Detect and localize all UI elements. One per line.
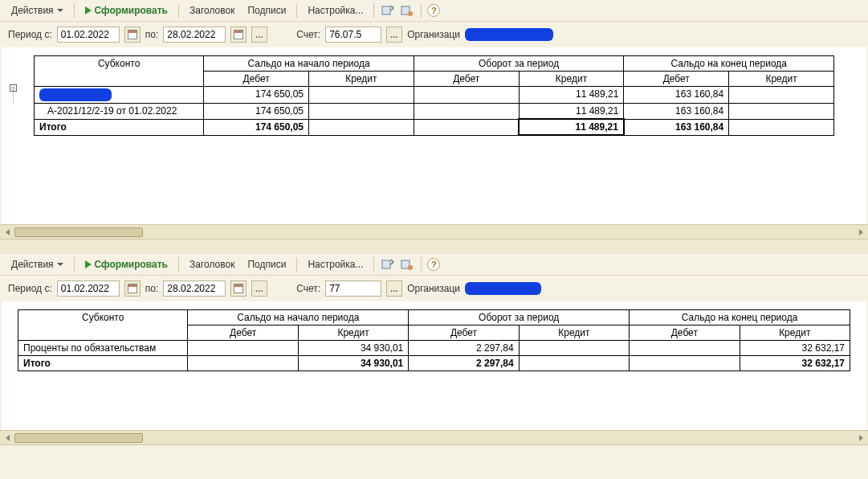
svg-rect-0 xyxy=(382,6,390,14)
cell-value[interactable] xyxy=(519,356,629,371)
col-subkonto: Субконто xyxy=(18,310,188,341)
separator xyxy=(178,3,179,18)
cell-name[interactable]: Проценты по обязательствам xyxy=(18,341,188,356)
cal-from-button[interactable] xyxy=(124,27,141,43)
hscrollbar-bottom[interactable] xyxy=(0,430,868,444)
separator xyxy=(296,3,297,18)
cell-value[interactable]: 174 650,05 xyxy=(204,87,309,104)
cell-value[interactable]: 2 297,84 xyxy=(409,356,519,371)
cell-value[interactable]: 11 489,21 xyxy=(519,87,624,104)
signatures-button[interactable]: Подписи xyxy=(242,3,291,18)
settings-button[interactable]: Настройка... xyxy=(303,257,368,272)
table-header-row: Субконто Сальдо на начало периода Оборот… xyxy=(35,56,834,72)
actions-menu[interactable]: Действия xyxy=(6,3,68,18)
date-to-input[interactable] xyxy=(163,280,226,297)
cell-value[interactable]: 174 650,05 xyxy=(204,104,309,120)
scroll-thumb[interactable] xyxy=(14,227,143,237)
hscrollbar-top[interactable] xyxy=(0,224,868,239)
report-table-top: Субконто Сальдо на начало периода Оборот… xyxy=(34,55,834,136)
report-area-bottom: Субконто Сальдо на начало периода Оборот… xyxy=(2,301,866,430)
generate-button[interactable]: Сформировать xyxy=(80,3,173,18)
report-area-top: − Субконто Сальдо на начало периода Обор… xyxy=(2,47,866,224)
account-picker-button[interactable]: … xyxy=(386,280,402,297)
cell-value[interactable] xyxy=(729,119,834,135)
cal-to-button[interactable] xyxy=(230,280,247,297)
separator xyxy=(178,257,179,272)
cell-value[interactable]: 163 160,84 xyxy=(624,119,729,135)
separator xyxy=(421,257,422,272)
cell-value[interactable] xyxy=(630,341,740,356)
col-credit: Кредит xyxy=(298,325,408,341)
tree-line xyxy=(13,89,14,104)
cell-value[interactable]: 11 489,21 xyxy=(519,104,624,120)
cell-value[interactable]: 32 632,17 xyxy=(740,341,850,356)
save-layout-icon[interactable] xyxy=(399,3,415,18)
help-icon[interactable]: ? xyxy=(427,4,440,17)
cell-value[interactable] xyxy=(519,341,629,356)
account-input[interactable] xyxy=(325,27,381,43)
cell-name[interactable]: А-2021/12/2-19 от 01.02.2022 xyxy=(35,104,204,120)
cell-value[interactable]: 2 297,84 xyxy=(409,341,519,356)
cell-name[interactable] xyxy=(35,87,204,104)
account-picker-button[interactable]: … xyxy=(386,27,402,43)
cell-value[interactable]: 174 650,05 xyxy=(204,119,309,135)
scroll-track[interactable] xyxy=(14,227,854,238)
signatures-button[interactable]: Подписи xyxy=(242,257,291,272)
restore-layout-icon[interactable] xyxy=(380,3,396,18)
save-layout-icon[interactable] xyxy=(399,257,415,272)
cell-value[interactable] xyxy=(309,119,414,135)
date-to-input[interactable] xyxy=(163,27,226,43)
generate-label: Сформировать xyxy=(95,5,168,16)
cell-value[interactable] xyxy=(414,119,519,135)
cell-value[interactable]: 11 489,21 xyxy=(519,119,624,135)
cell-value[interactable]: 163 160,84 xyxy=(624,87,729,104)
separator xyxy=(421,3,422,18)
cell-value[interactable]: 34 930,01 xyxy=(298,356,408,371)
col-end: Сальдо на конец периода xyxy=(624,56,834,72)
cell-value[interactable] xyxy=(188,341,298,356)
header-button[interactable]: Заголовок xyxy=(185,3,239,18)
header-button[interactable]: Заголовок xyxy=(185,257,239,272)
cell-value[interactable] xyxy=(309,104,414,120)
cell-value[interactable]: 34 930,01 xyxy=(298,341,408,356)
scroll-right-button[interactable] xyxy=(854,226,868,239)
generate-label: Сформировать xyxy=(95,259,168,270)
svg-rect-3 xyxy=(382,260,390,268)
scroll-right-button[interactable] xyxy=(854,432,868,444)
date-from-input[interactable] xyxy=(57,280,120,297)
cal-to-button[interactable] xyxy=(230,27,247,43)
cell-value[interactable] xyxy=(309,87,414,104)
scroll-thumb[interactable] xyxy=(14,433,143,443)
cell-value[interactable] xyxy=(414,87,519,104)
separator xyxy=(373,257,374,272)
generate-button[interactable]: Сформировать xyxy=(80,257,173,272)
scroll-left-button[interactable] xyxy=(0,432,14,444)
scroll-left-button[interactable] xyxy=(0,226,14,239)
total-label[interactable]: Итого xyxy=(18,356,188,371)
actions-menu[interactable]: Действия xyxy=(6,257,68,272)
cell-value[interactable] xyxy=(630,356,740,371)
cell-value[interactable] xyxy=(729,104,834,120)
period-picker-button[interactable]: … xyxy=(251,27,267,43)
help-icon[interactable]: ? xyxy=(427,258,440,271)
panel-top: Действия Сформировать Заголовок Подписи … xyxy=(0,0,868,240)
toolbar-top: Действия Сформировать Заголовок Подписи … xyxy=(0,0,868,22)
separator xyxy=(373,3,374,18)
settings-button[interactable]: Настройка... xyxy=(303,3,368,18)
cell-value[interactable] xyxy=(188,356,298,371)
col-debit: Дебет xyxy=(204,72,309,87)
cal-from-button[interactable] xyxy=(124,280,141,297)
panel-bottom: Действия Сформировать Заголовок Подписи … xyxy=(0,254,868,445)
cell-value[interactable]: 163 160,84 xyxy=(624,104,729,120)
cell-value[interactable]: 32 632,17 xyxy=(740,356,850,371)
scroll-track[interactable] xyxy=(14,432,854,444)
restore-layout-icon[interactable] xyxy=(380,257,396,272)
period-picker-button[interactable]: … xyxy=(251,280,267,297)
cell-value[interactable] xyxy=(414,104,519,120)
cell-value[interactable] xyxy=(729,87,834,104)
account-input[interactable] xyxy=(325,280,381,297)
separator xyxy=(74,3,75,18)
col-debit: Дебет xyxy=(630,325,740,341)
total-label[interactable]: Итого xyxy=(35,119,204,135)
date-from-input[interactable] xyxy=(57,27,120,43)
